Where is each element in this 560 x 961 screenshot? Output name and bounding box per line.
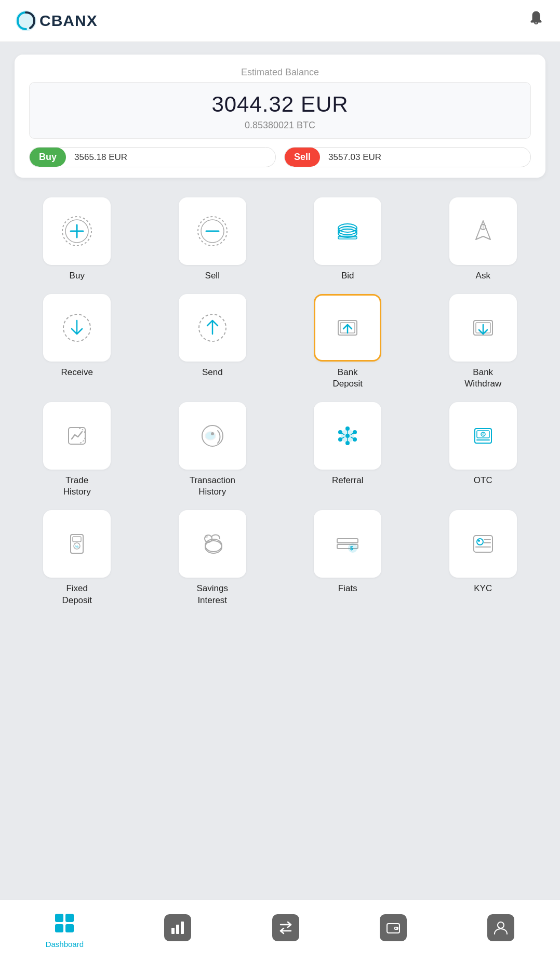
svg-rect-69 bbox=[55, 914, 63, 922]
fiats-icon: $ bbox=[330, 526, 365, 562]
grid-item-ask[interactable]: Ask bbox=[421, 197, 546, 282]
header: CBANX bbox=[0, 0, 560, 42]
ask-icon-box bbox=[449, 197, 517, 265]
svg-rect-51 bbox=[73, 537, 81, 542]
dashboard-nav-icon bbox=[51, 910, 78, 937]
grid-item-savings-interest[interactable]: SavingsInterest bbox=[150, 510, 275, 606]
bank-withdraw-icon-box bbox=[449, 294, 517, 362]
trade-history-label: TradeHistory bbox=[63, 475, 91, 498]
receive-icon-box bbox=[43, 294, 111, 362]
bell-icon[interactable] bbox=[527, 9, 545, 32]
grid-section: Buy Sell bbox=[0, 182, 560, 900]
svg-rect-75 bbox=[181, 922, 184, 934]
logo-icon bbox=[15, 9, 37, 32]
bank-withdraw-label: BankWithdraw bbox=[464, 367, 501, 390]
grid-item-bank-withdraw[interactable]: BankWithdraw bbox=[421, 294, 546, 390]
transfer-nav-icon bbox=[272, 914, 299, 941]
send-icon-box bbox=[179, 294, 246, 362]
buy-icon bbox=[59, 213, 95, 249]
receive-label: Receive bbox=[61, 367, 93, 378]
savings-interest-label: SavingsInterest bbox=[197, 583, 228, 606]
grid-item-bid[interactable]: Bid bbox=[285, 197, 410, 282]
fixed-deposit-icon-box: % bbox=[43, 510, 111, 578]
svg-point-81 bbox=[498, 922, 504, 928]
svg-rect-72 bbox=[65, 924, 74, 932]
sell-badge: Sell bbox=[285, 148, 320, 167]
dashboard-nav-label: Dashboard bbox=[46, 940, 84, 949]
send-label: Send bbox=[202, 367, 223, 378]
svg-rect-70 bbox=[65, 914, 74, 922]
bid-icon bbox=[330, 213, 365, 249]
referral-icon bbox=[330, 418, 365, 453]
balance-eur: 3044.32 EUR bbox=[40, 92, 520, 117]
buy-pill[interactable]: Buy 3565.18 EUR bbox=[29, 147, 276, 167]
balance-card: Estimated Balance 3044.32 EUR 0.85380021… bbox=[15, 55, 545, 178]
ask-icon bbox=[465, 213, 501, 249]
kyc-icon-box bbox=[449, 510, 517, 578]
sell-icon-box bbox=[179, 197, 246, 265]
receive-icon bbox=[59, 310, 95, 345]
kyc-label: KYC bbox=[474, 583, 492, 594]
grid-item-transaction-history[interactable]: TransactionHistory bbox=[150, 402, 275, 498]
nav-item-transfer[interactable] bbox=[272, 914, 299, 944]
fiats-icon-box: $ bbox=[314, 510, 381, 578]
svg-point-30 bbox=[211, 432, 214, 435]
transaction-history-icon bbox=[195, 418, 230, 453]
svg-point-80 bbox=[395, 927, 396, 929]
nav-item-stats[interactable] bbox=[164, 914, 191, 944]
bank-deposit-icon-box bbox=[314, 294, 381, 362]
sell-label: Sell bbox=[205, 270, 220, 282]
balance-inner: 3044.32 EUR 0.85380021 BTC bbox=[29, 82, 531, 139]
sell-pill[interactable]: Sell 3557.03 EUR bbox=[284, 147, 531, 167]
otc-icon: ¢ bbox=[465, 418, 501, 453]
wallet-nav-icon bbox=[380, 914, 407, 941]
fixed-deposit-label: FixedDeposit bbox=[62, 583, 92, 606]
svg-point-64 bbox=[477, 539, 483, 545]
referral-label: Referral bbox=[332, 475, 363, 486]
logo-text: CBANX bbox=[39, 12, 98, 30]
kyc-icon bbox=[465, 526, 501, 562]
svg-text:¢: ¢ bbox=[482, 433, 484, 436]
grid-item-fiats[interactable]: $ Fiats bbox=[285, 510, 410, 606]
savings-interest-icon bbox=[195, 526, 230, 562]
bid-label: Bid bbox=[341, 270, 354, 282]
buy-label: Buy bbox=[70, 270, 85, 282]
grid-item-trade-history[interactable]: TradeHistory bbox=[15, 402, 140, 498]
bank-deposit-label: BankDeposit bbox=[332, 367, 363, 390]
nav-item-dashboard[interactable]: Dashboard bbox=[46, 910, 84, 949]
savings-interest-icon-box bbox=[179, 510, 246, 578]
ask-label: Ask bbox=[476, 270, 490, 282]
send-icon bbox=[195, 310, 230, 345]
bank-deposit-icon bbox=[330, 310, 365, 345]
bank-withdraw-icon bbox=[465, 310, 501, 345]
buy-sell-row: Buy 3565.18 EUR Sell 3557.03 EUR bbox=[29, 147, 531, 167]
svg-point-65 bbox=[478, 540, 480, 542]
grid-item-send[interactable]: Send bbox=[150, 294, 275, 390]
grid-item-bank-deposit[interactable]: BankDeposit bbox=[285, 294, 410, 390]
trade-history-icon-box bbox=[43, 402, 111, 470]
sell-value: 3557.03 EUR bbox=[320, 152, 390, 163]
svg-text:$: $ bbox=[350, 545, 353, 551]
svg-point-57 bbox=[205, 535, 208, 538]
svg-rect-58 bbox=[337, 539, 358, 543]
grid-item-otc[interactable]: ¢ OTC bbox=[421, 402, 546, 498]
bottom-nav: Dashboard bbox=[0, 900, 560, 961]
grid-item-fixed-deposit[interactable]: % FixedDeposit bbox=[15, 510, 140, 606]
grid-item-kyc[interactable]: KYC bbox=[421, 510, 546, 606]
fiats-label: Fiats bbox=[338, 583, 357, 594]
nav-item-wallet[interactable] bbox=[380, 914, 407, 944]
referral-icon-box bbox=[314, 402, 381, 470]
transaction-history-label: TransactionHistory bbox=[190, 475, 235, 498]
fixed-deposit-icon: % bbox=[59, 526, 95, 562]
nav-item-profile[interactable] bbox=[487, 914, 514, 944]
grid-item-receive[interactable]: Receive bbox=[15, 294, 140, 390]
grid-item-sell[interactable]: Sell bbox=[150, 197, 275, 282]
svg-point-32 bbox=[345, 434, 350, 438]
svg-rect-74 bbox=[176, 925, 179, 934]
svg-rect-73 bbox=[171, 928, 175, 934]
sell-icon bbox=[195, 213, 230, 249]
logo: CBANX bbox=[15, 9, 98, 32]
grid-item-buy[interactable]: Buy bbox=[15, 197, 140, 282]
grid: Buy Sell bbox=[15, 197, 545, 606]
grid-item-referral[interactable]: Referral bbox=[285, 402, 410, 498]
